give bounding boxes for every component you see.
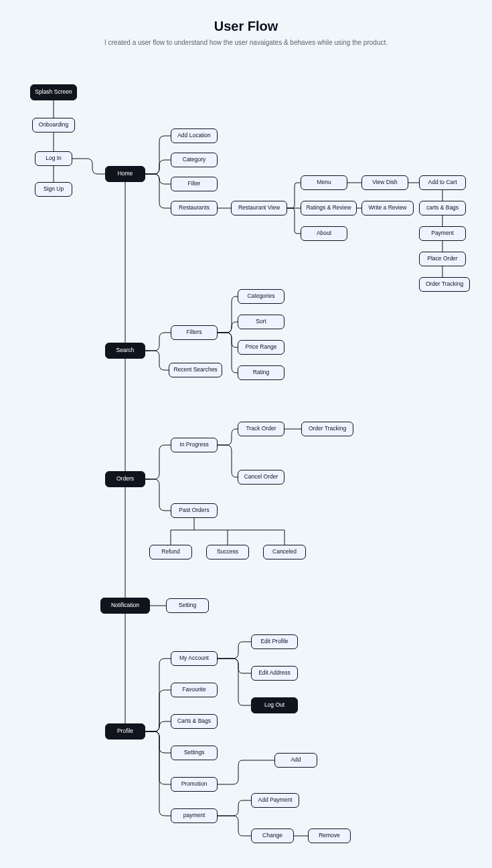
- flow-node-label: Edit Address: [258, 670, 291, 676]
- flow-node-payment2: payment: [171, 808, 218, 823]
- flow-node-label: Orders: [116, 476, 134, 482]
- flow-node-filter: Filter: [171, 177, 218, 191]
- flow-node-price_range: Price Range: [238, 340, 284, 355]
- flow-node-signup: Sign Up: [35, 182, 72, 197]
- flow-node-label: Notification: [111, 602, 139, 608]
- flow-node-favourite: Favourite: [171, 683, 218, 697]
- flow-node-label: Search: [116, 347, 135, 353]
- flow-node-onboarding: Onboarding: [32, 118, 75, 133]
- flow-node-remove: Remove: [308, 829, 351, 843]
- flow-node-label: Rating: [253, 369, 270, 375]
- flow-node-label: View Dish: [372, 179, 398, 185]
- flow-node-order_track2: Order Tracking: [301, 422, 353, 436]
- flow-node-add: Add: [274, 753, 317, 768]
- flow-node-label: About: [317, 230, 331, 236]
- flow-node-label: Add Location: [177, 133, 211, 139]
- flow-node-add_to_cart: Add to Cart: [419, 175, 466, 190]
- flow-node-label: Home: [118, 171, 133, 177]
- flow-node-place_order: Place Order: [419, 252, 466, 266]
- flow-node-view_dish: View Dish: [361, 175, 408, 190]
- flow-node-past_orders: Past Orders: [171, 503, 218, 518]
- flow-node-label: Order Tracking: [426, 281, 463, 287]
- flow-node-label: Filter: [188, 181, 201, 187]
- page-title: User Flow: [0, 19, 492, 34]
- flow-node-label: Add: [291, 757, 301, 763]
- flow-node-login: Log In: [35, 151, 72, 166]
- flow-node-label: Refund: [161, 549, 179, 555]
- flow-node-label: carts & Bags: [426, 205, 459, 211]
- flow-node-label: Restaurant View: [238, 205, 280, 211]
- flow-node-label: Onboarding: [39, 122, 68, 128]
- flow-node-in_progress: In Progress: [171, 438, 218, 452]
- flow-node-label: Restaurants: [179, 205, 210, 211]
- flow-node-label: Sign Up: [44, 186, 64, 192]
- flow-node-label: Recent Searches: [173, 367, 217, 373]
- flow-node-promotion: Promotion: [171, 777, 218, 792]
- flow-node-label: Edit Profile: [260, 638, 288, 644]
- flow-node-add_location: Add Location: [171, 128, 218, 143]
- flow-node-notification: Notification: [100, 598, 150, 614]
- flow-node-label: Menu: [317, 179, 331, 185]
- flow-node-change: Change: [251, 829, 294, 843]
- flow-node-label: Write a Review: [369, 205, 407, 211]
- flow-node-label: Sort: [256, 319, 266, 325]
- flow-node-cancel_order: Cancel Order: [238, 470, 284, 485]
- flow-node-profile: Profile: [105, 723, 145, 740]
- flow-node-label: Place Order: [427, 256, 457, 262]
- flow-node-label: My Account: [179, 655, 209, 661]
- flow-node-settings: Settings: [171, 746, 218, 760]
- flow-node-label: Filters: [186, 329, 201, 335]
- flow-node-label: In Progress: [179, 442, 208, 448]
- flow-node-track_order: Track Order: [238, 422, 284, 436]
- flow-node-label: payment: [183, 812, 206, 818]
- flow-node-sort: Sort: [238, 315, 284, 329]
- flow-node-add_payment: Add Payment: [251, 793, 299, 808]
- flow-node-label: Success: [217, 549, 238, 555]
- flow-node-label: Cancel Order: [244, 474, 278, 480]
- flow-node-label: Categories: [247, 293, 274, 299]
- flow-node-label: Settings: [184, 750, 205, 756]
- flow-node-logout: Log Out: [251, 697, 298, 713]
- flow-node-label: Canceled: [272, 549, 297, 555]
- flow-node-ratings_review: Ratings & Review: [301, 201, 357, 215]
- flow-node-carts_bags: carts & Bags: [419, 201, 466, 215]
- flow-node-write_review: Write a Review: [361, 201, 414, 215]
- flow-node-label: Favourite: [182, 687, 206, 693]
- flow-node-refund: Refund: [149, 545, 192, 559]
- flow-node-category: Category: [171, 153, 218, 167]
- flow-node-label: Splash Screen: [35, 89, 72, 95]
- flow-node-label: Past Orders: [179, 507, 209, 513]
- flow-node-rating: Rating: [238, 365, 284, 380]
- flow-node-label: Remove: [319, 833, 340, 839]
- flow-node-canceled: Canceled: [263, 545, 306, 559]
- flow-node-label: Setting: [179, 602, 196, 608]
- flow-node-my_account: My Account: [171, 651, 218, 666]
- flow-node-search: Search: [105, 343, 145, 359]
- flow-node-edit_profile: Edit Profile: [251, 634, 298, 649]
- flow-node-label: Log In: [46, 155, 62, 161]
- flow-node-order_tracking: Order Tracking: [419, 277, 470, 292]
- flow-node-label: Payment: [431, 230, 454, 236]
- diagram-canvas: User Flow I created a user flow to under…: [0, 0, 492, 868]
- flow-node-menu: Menu: [301, 175, 347, 190]
- flow-node-label: Order Tracking: [309, 426, 346, 432]
- flow-node-label: Price Range: [246, 344, 277, 350]
- flow-node-home: Home: [105, 166, 145, 182]
- flow-node-orders: Orders: [105, 471, 145, 487]
- flow-node-splash: Splash Screen: [30, 84, 77, 100]
- flow-node-label: Add Payment: [258, 797, 292, 803]
- flow-node-payment_node: Payment: [419, 226, 466, 241]
- flow-node-about: About: [301, 226, 347, 241]
- flow-node-label: Change: [262, 833, 282, 839]
- flow-node-carts_bags2: Carts & Bags: [171, 714, 218, 729]
- flow-node-label: Promotion: [181, 781, 208, 787]
- flow-node-restaurant_view: Restaurant View: [231, 201, 287, 215]
- flow-node-recent_search: Recent Searches: [169, 363, 222, 377]
- flow-node-noti_setting: Setting: [166, 598, 209, 613]
- flow-node-label: Carts & Bags: [177, 718, 211, 724]
- flow-node-label: Log Out: [264, 702, 284, 708]
- flow-node-categories: Categories: [238, 289, 284, 304]
- flow-node-label: Ratings & Review: [306, 205, 351, 211]
- flow-node-filters: Filters: [171, 325, 218, 340]
- flow-node-edit_address: Edit Address: [251, 666, 298, 681]
